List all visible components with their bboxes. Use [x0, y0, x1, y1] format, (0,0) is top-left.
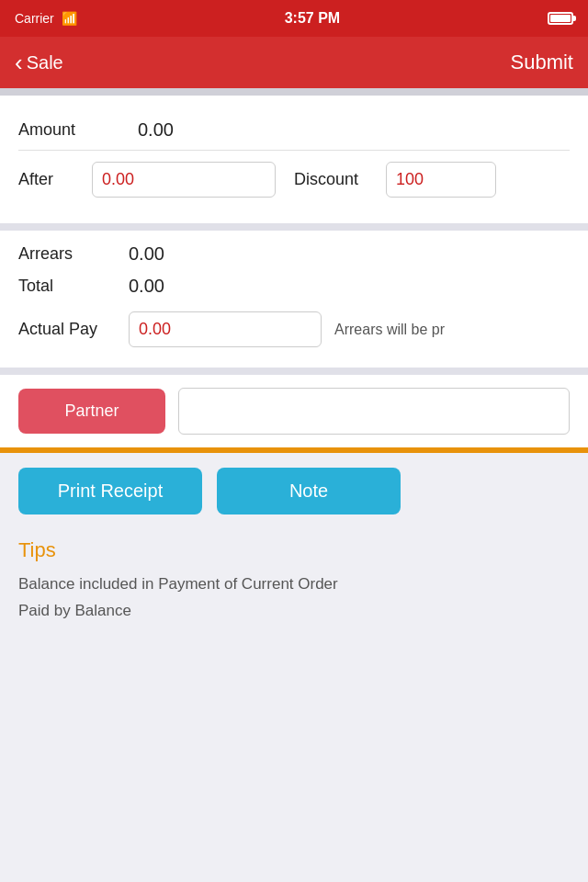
carrier-label: Carrier [15, 11, 54, 26]
status-bar-right [548, 12, 573, 25]
arrears-section: Arrears 0.00 Total 0.00 Actual Pay Arrea… [0, 231, 588, 368]
actual-pay-input[interactable] [129, 311, 322, 347]
arrears-note: Arrears will be pr [334, 322, 570, 338]
back-button[interactable]: ‹ Sale [15, 51, 63, 74]
status-bar: Carrier 📶 3:57 PM [0, 0, 588, 37]
status-bar-left: Carrier 📶 [15, 11, 77, 26]
total-row: Total 0.00 [18, 270, 570, 302]
back-label: Sale [27, 52, 63, 74]
partner-input[interactable] [178, 388, 570, 435]
action-section: Print Receipt Note [0, 453, 588, 529]
after-discount-row: After Discount [18, 151, 570, 209]
amount-row: Amount 0.00 [18, 110, 570, 150]
tips-line1: Balance included in Payment of Current O… [18, 571, 570, 598]
after-label: After [18, 170, 92, 189]
tips-line2: Paid by Balance [18, 598, 570, 625]
arrears-label: Arrears [18, 244, 129, 264]
submit-button[interactable]: Submit [511, 51, 573, 74]
print-receipt-button[interactable]: Print Receipt [18, 468, 202, 514]
partner-button[interactable]: Partner [18, 389, 165, 434]
actual-pay-row: Actual Pay Arrears will be pr [18, 302, 570, 356]
tips-section: Tips Balance included in Payment of Curr… [0, 529, 588, 643]
tips-title: Tips [18, 538, 570, 562]
nav-bar: ‹ Sale Submit [0, 37, 588, 88]
partner-section: Partner [0, 375, 588, 447]
total-value: 0.00 [129, 276, 164, 297]
discount-label: Discount [294, 170, 386, 189]
after-input[interactable] [92, 162, 276, 198]
separator-1 [0, 223, 588, 231]
discount-input[interactable] [386, 162, 496, 198]
amount-value: 0.00 [138, 119, 174, 141]
tips-text: Balance included in Payment of Current O… [18, 571, 570, 625]
separator-2 [0, 368, 588, 375]
battery-icon [548, 12, 573, 25]
total-label: Total [18, 277, 129, 296]
wifi-icon: 📶 [62, 11, 77, 26]
actual-pay-label: Actual Pay [18, 320, 129, 339]
arrears-row: Arrears 0.00 [18, 238, 570, 270]
chevron-left-icon: ‹ [15, 51, 23, 74]
amount-label: Amount [18, 120, 138, 140]
top-separator [0, 88, 588, 96]
form-section: Amount 0.00 After Discount [0, 96, 588, 223]
arrears-value: 0.00 [129, 243, 164, 265]
note-button[interactable]: Note [217, 468, 401, 514]
status-bar-time: 3:57 PM [285, 10, 340, 27]
